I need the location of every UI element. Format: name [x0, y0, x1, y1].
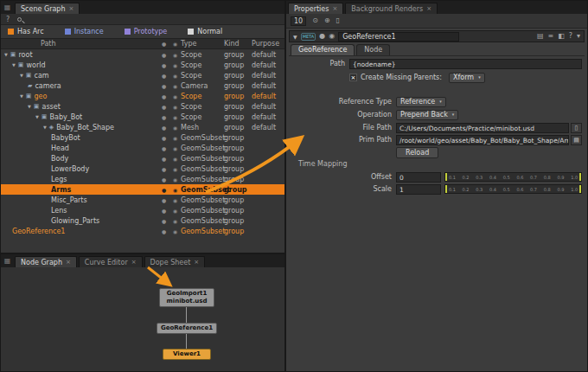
create-missing-parents-dropdown[interactable]: Xform ▾: [449, 73, 485, 83]
visibility-icon[interactable]: ◉: [169, 187, 181, 193]
visibility-icon[interactable]: ◉: [169, 197, 181, 203]
reload-button[interactable]: Reload: [396, 147, 438, 158]
state-icon[interactable]: ●: [158, 156, 169, 162]
doc-icon[interactable]: ▤: [537, 32, 544, 41]
offset-timeline[interactable]: 0.10.20.30.40.50.60.70.80.91.0: [444, 172, 582, 182]
tab-node[interactable]: Node: [356, 44, 390, 55]
state-icon[interactable]: ●: [158, 228, 169, 234]
help-icon[interactable]: ?: [569, 32, 572, 41]
menu-icon[interactable]: ≡: [547, 32, 553, 41]
state-icon[interactable]: ●: [158, 176, 169, 183]
scenegraph-row-camera[interactable]: ▰camera●◉Cameragroupdefault: [1, 80, 284, 91]
column-purpose[interactable]: Purpose: [252, 40, 284, 48]
state-icon[interactable]: ●: [158, 197, 169, 203]
help-icon[interactable]: ?: [6, 16, 10, 23]
scenegraph-row-Misc_Parts[interactable]: Misc_Parts●◉GeomSubsetgroup: [1, 195, 284, 205]
path-field[interactable]: {nodename}: [349, 59, 582, 69]
scenegraph-row-Head[interactable]: Head●◉GeomSubsetgroup: [1, 143, 284, 153]
visibility-icon[interactable]: ◉: [169, 218, 181, 224]
state-icon[interactable]: ●: [158, 208, 169, 214]
scenegraph-row-Arms[interactable]: Arms●◉GeomSubsetgroup: [1, 184, 284, 195]
expander-icon[interactable]: ▼: [43, 125, 47, 130]
panel-menu-icon[interactable]: ▦: [3, 256, 12, 266]
scenegraph-row-cam[interactable]: ▼▣cam●◉Scopegroupdefault: [1, 70, 284, 80]
scenegraph-row-world[interactable]: ▼▣world●◉Scopegroupdefault: [1, 60, 284, 70]
search-icon[interactable]: [17, 17, 22, 22]
eye-icon[interactable]: ◉: [329, 32, 335, 41]
column-type[interactable]: Type: [181, 40, 224, 48]
pin-icon[interactable]: ⊙: [312, 16, 318, 25]
scenegraph-row-root[interactable]: ▼▣root●◉Scopegroupdefault: [1, 49, 284, 60]
node-viewer1[interactable]: Viewer1: [163, 349, 211, 360]
scenegraph-row-BabyBot[interactable]: BabyBot●◉GeomSubsetgroup: [1, 132, 284, 143]
state-icon[interactable]: ●: [158, 83, 169, 89]
tab-properties[interactable]: Properties ×: [288, 3, 343, 14]
reference-type-dropdown[interactable]: Reference ▾: [396, 97, 446, 107]
state-icon[interactable]: ●: [158, 125, 169, 131]
panel-menu-icon[interactable]: ▦: [3, 3, 12, 13]
split-view-icon[interactable]: ◧: [558, 32, 565, 41]
expander-icon[interactable]: ▼: [35, 114, 39, 119]
node-geoimport1[interactable]: GeoImport1 minibot.usd: [159, 288, 214, 307]
expander-icon[interactable]: ▼: [20, 93, 23, 99]
edit-icon[interactable]: ▯: [336, 16, 340, 25]
tab-node-graph[interactable]: Node Graph ×: [15, 256, 77, 267]
scenegraph-row-asset[interactable]: ▼▣asset●◉Scopegroupdefault: [1, 101, 284, 112]
prim-path-field[interactable]: /root/world/geo/asset/Baby_Bot/Baby_Bot_…: [396, 135, 569, 145]
visibility-icon[interactable]: ◉: [169, 104, 181, 110]
visibility-icon[interactable]: ◉: [169, 228, 181, 234]
state-icon[interactable]: ●: [158, 166, 169, 172]
tab-georeference[interactable]: GeoReference: [291, 44, 355, 55]
state-icon[interactable]: ●: [158, 114, 169, 120]
scenegraph-row-Glowing_Parts[interactable]: Glowing_Parts●◉GeomSubsetgroup: [1, 215, 284, 226]
state-icon[interactable]: ●: [158, 218, 169, 224]
node-georeference1[interactable]: GeoReference1: [157, 323, 217, 334]
operation-dropdown[interactable]: Prepend Back ▾: [396, 110, 458, 120]
visibility-icon[interactable]: ◉: [169, 156, 181, 162]
expander-icon[interactable]: ▼: [293, 34, 297, 40]
visibility-icon[interactable]: ◉: [169, 208, 181, 214]
scenegraph-row-Baby_Bot[interactable]: ▼▣Baby_Bot●◉Scopegroupdefault: [1, 112, 284, 122]
scenegraph-row-Legs[interactable]: Legs●◉GeomSubsetgroup: [1, 174, 284, 184]
column-kind[interactable]: Kind: [224, 40, 252, 48]
node-graph-canvas[interactable]: GeoImport1 minibot.usd GeoReference1 Vie…: [1, 267, 284, 371]
tab-curve-editor[interactable]: Curve Editor ×: [79, 256, 143, 267]
tab-dope-sheet[interactable]: Dope Sheet ×: [144, 256, 206, 267]
state-icon[interactable]: ●: [158, 52, 169, 58]
expander-icon[interactable]: ▼: [20, 73, 23, 78]
state-icon[interactable]: ●: [158, 62, 169, 68]
file-path-field[interactable]: C:/Users/Documents/Practice/minibot.usd: [396, 123, 569, 133]
scenegraph-row-Lens[interactable]: Lens●◉GeomSubsetgroup: [1, 205, 284, 215]
column-path[interactable]: Path: [1, 40, 158, 48]
scenegraph-row-LowerBody[interactable]: LowerBody●◉GeomSubsetgroup: [1, 164, 284, 174]
recent-count-field[interactable]: 10: [291, 16, 306, 26]
browse-file-icon[interactable]: ▯: [571, 123, 582, 133]
visibility-icon[interactable]: ◉: [169, 83, 181, 89]
visibility-icon[interactable]: ◉: [169, 114, 181, 120]
close-icon[interactable]: ×: [131, 259, 137, 266]
expander-icon[interactable]: ▼: [4, 52, 8, 57]
offset-field[interactable]: 0: [396, 172, 441, 183]
state-icon[interactable]: ●: [158, 73, 169, 79]
state-icon[interactable]: ●: [158, 135, 169, 141]
expander-icon[interactable]: ▼: [12, 62, 16, 67]
visibility-icon[interactable]: ◉: [169, 93, 181, 99]
state-icon[interactable]: ●: [158, 187, 169, 193]
scale-field[interactable]: 1: [396, 184, 441, 195]
scenegraph-row-Baby_Bot_Shape[interactable]: ▼◈Baby_Bot_Shape●◉Meshgroupdefault: [1, 122, 284, 132]
state-icon[interactable]: ●: [158, 93, 169, 99]
add-icon[interactable]: ⊕: [324, 16, 330, 25]
scenegraph-row-Body[interactable]: Body●◉GeomSubsetgroup: [1, 153, 284, 164]
close-icon[interactable]: ×: [66, 259, 71, 266]
visibility-icon[interactable]: ◉: [169, 145, 181, 151]
more-icon[interactable]: ▾: [577, 32, 580, 41]
close-icon[interactable]: ×: [332, 5, 337, 12]
tab-scene-graph[interactable]: Scene Graph ×: [15, 3, 80, 14]
visibility-icon[interactable]: ◉: [169, 135, 181, 141]
tab-background-renders[interactable]: Background Renders ×: [345, 3, 438, 14]
expander-icon[interactable]: ▼: [28, 104, 31, 109]
scale-timeline[interactable]: 0.10.20.30.40.50.60.70.80.91.0: [444, 184, 582, 194]
visibility-icon[interactable]: ◉: [169, 73, 181, 79]
state-icon[interactable]: ●: [319, 32, 325, 41]
scenegraph-row-GeoReference1[interactable]: GeoReference1●◉GeomSubsetgroup: [1, 226, 284, 236]
